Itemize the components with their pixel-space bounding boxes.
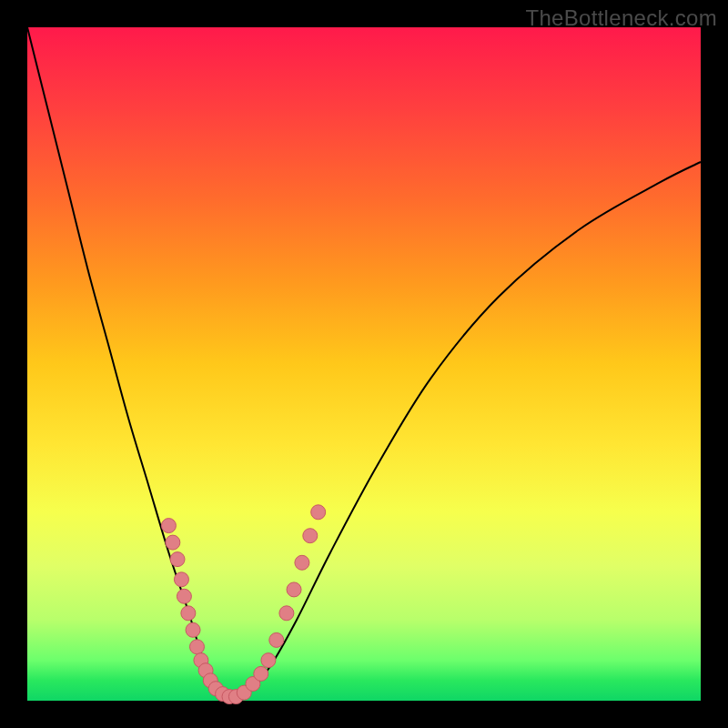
- plot-area: [27, 27, 701, 701]
- data-marker: [269, 632, 284, 647]
- data-marker: [279, 606, 294, 621]
- chart-frame: TheBottleneck.com: [0, 0, 728, 728]
- data-marker: [303, 529, 318, 543]
- data-marker: [186, 622, 200, 637]
- data-marker: [311, 505, 326, 520]
- data-marker: [166, 535, 180, 550]
- data-marker: [287, 582, 301, 597]
- data-marker: [161, 519, 176, 533]
- data-marker: [295, 555, 309, 570]
- data-marker: [174, 572, 188, 587]
- bottleneck-curve-path: [27, 27, 701, 697]
- data-marker: [181, 606, 196, 621]
- data-marker: [170, 552, 185, 567]
- watermark-text: TheBottleneck.com: [525, 5, 717, 31]
- data-marker: [177, 589, 191, 603]
- data-marker: [254, 666, 268, 681]
- curve-svg: [27, 27, 701, 701]
- data-marker: [189, 640, 204, 654]
- data-marker: [261, 653, 276, 668]
